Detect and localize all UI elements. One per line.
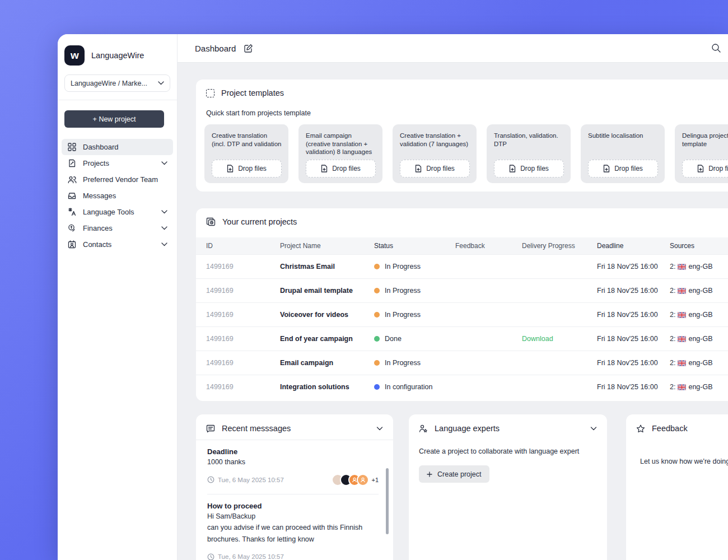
status-label: In Progress	[385, 263, 421, 270]
column-project-name: Project Name	[280, 242, 374, 250]
deadline: Fri 18 Nov'25 16:00	[597, 359, 670, 367]
template-card: Creative translation (incl. DTP and vali…	[204, 124, 288, 183]
status-dot	[374, 288, 380, 293]
message-item[interactable]: Deadline 1000 thanks Tue, 6 May 2025 10:…	[207, 440, 379, 494]
sources-count: 2:	[670, 311, 675, 319]
file-plus-icon	[509, 165, 516, 172]
sidebar-item-language-tools[interactable]: Language Tools	[62, 204, 173, 220]
people-icon	[67, 176, 77, 184]
download-link[interactable]: Download	[522, 335, 553, 343]
sources-lang: eng-GB	[688, 335, 712, 343]
deadline: Fri 18 Nov'25 16:00	[597, 311, 670, 319]
template-card: Email campaign (creative translation + v…	[298, 124, 382, 183]
message-meta: Tue, 6 May 2025 10:57 +1	[207, 473, 379, 487]
sidebar-item-label: Finances	[83, 224, 155, 232]
sidebar-item-label: Preferred Vendor Team	[83, 175, 167, 184]
project-id: 1499169	[206, 335, 280, 343]
message-item[interactable]: How to proceed Hi Sam/Backup can you adv…	[207, 494, 379, 560]
file-plus-icon	[697, 165, 704, 172]
sidebar-item-messages[interactable]: Messages	[62, 188, 173, 204]
collapse-messages-button[interactable]	[376, 427, 383, 431]
dashboard-content: Project templates Quick start from proje…	[178, 63, 728, 560]
edit-dashboard-button[interactable]	[244, 44, 253, 53]
table-row[interactable]: 1499169 Voiceover for videos In Progress…	[196, 302, 728, 326]
column-sources: Sources	[670, 242, 728, 250]
drop-files-button[interactable]: Drop files	[306, 160, 376, 178]
sidebar-item-finances[interactable]: Finances	[62, 220, 173, 236]
translate-icon	[67, 208, 77, 216]
project-id: 1499169	[206, 287, 280, 295]
drop-files-button[interactable]: Drop files	[682, 160, 728, 178]
language-experts-card: Language experts Create a project to col…	[409, 414, 607, 560]
file-plus-icon	[321, 165, 328, 172]
drop-files-button[interactable]: Drop files	[400, 160, 470, 178]
feedback-card: Feedback Let us know how we're doing :-)	[626, 414, 728, 560]
create-project-button[interactable]: Create project	[419, 465, 489, 483]
message-timestamp: Tue, 6 May 2025 10:57	[218, 553, 284, 560]
person-star-icon	[419, 424, 428, 433]
table-header: ID Project Name Status Feedback Delivery…	[196, 237, 728, 254]
message-title: Deadline	[207, 447, 379, 456]
drop-files-button[interactable]: Drop files	[588, 160, 658, 178]
collapse-experts-button[interactable]	[590, 427, 597, 431]
chat-icon	[206, 424, 215, 433]
column-feedback: Feedback	[455, 242, 522, 250]
status-dot	[374, 336, 380, 342]
star-icon	[636, 424, 645, 433]
project-name: Christmas Email	[280, 263, 374, 270]
drop-files-label: Drop files	[332, 165, 361, 172]
recent-messages-card: Recent messsages Deadline 1000 thanks	[196, 414, 393, 560]
status-label: In configuration	[385, 383, 432, 391]
drop-files-button[interactable]: Drop files	[212, 160, 282, 178]
uk-flag-icon	[678, 264, 686, 270]
file-plus-icon	[415, 165, 422, 172]
table-row[interactable]: 1499169 Christmas Email In Progress Fri …	[196, 254, 728, 278]
project-name: Drupal email template	[280, 287, 374, 295]
message-time: Tue, 6 May 2025 10:57	[207, 476, 284, 483]
search-button[interactable]	[711, 43, 722, 53]
status-label: In Progress	[385, 287, 421, 295]
chevron-down-icon	[161, 226, 167, 230]
sources-lang: eng-GB	[688, 311, 712, 319]
drop-files-label: Drop files	[426, 165, 455, 172]
template-name: Translation, validation. DTP	[494, 132, 564, 148]
org-selector-dropdown[interactable]: LanguageWire / Marke...	[64, 74, 170, 92]
uk-flag-icon	[678, 312, 686, 318]
file-plus-icon	[227, 165, 234, 172]
template-name: Email campaign (creative translation + v…	[306, 132, 376, 156]
status-dot	[374, 384, 380, 390]
new-project-button[interactable]: + New project	[64, 110, 164, 128]
messages-scrollbar[interactable]	[386, 468, 389, 534]
template-name: Creative translation (incl. DTP and vali…	[212, 132, 282, 148]
recent-messages-title: Recent messsages	[222, 424, 291, 433]
template-card: Translation, validation. DTP Drop files	[487, 124, 571, 183]
sidebar-item-contacts[interactable]: Contacts	[62, 236, 173, 253]
project-name: Integration solutions	[280, 383, 374, 391]
sources-lang: eng-GB	[688, 359, 712, 367]
table-row[interactable]: 1499169 Email campaign In Progress Fri 1…	[196, 351, 728, 375]
chevron-down-icon	[158, 81, 164, 85]
sidebar-divider	[58, 100, 177, 100]
table-row[interactable]: 1499169 Drupal email template In Progres…	[196, 278, 728, 302]
status-label: In Progress	[385, 359, 421, 367]
message-line: can you advise if we can proceed with th…	[207, 523, 379, 533]
drop-files-button[interactable]: Drop files	[494, 160, 564, 178]
template-name: Delingua project template	[682, 132, 728, 148]
sidebar-menu: Dashboard Projects Preferred Vendor Team	[58, 139, 177, 253]
projects-document-icon	[67, 159, 77, 167]
status-dot	[374, 264, 380, 269]
sources-lang: eng-GB	[688, 383, 712, 391]
template-card: Creative translation + validation (7 lan…	[393, 124, 477, 183]
sidebar-item-projects[interactable]: Projects	[62, 155, 173, 171]
edit-pencil-icon	[244, 44, 253, 53]
deadline: Fri 18 Nov'25 16:00	[597, 335, 670, 343]
plus-icon	[427, 472, 432, 477]
deadline: Fri 18 Nov'25 16:00	[597, 287, 670, 295]
table-row[interactable]: 1499169 End of year campaign Done Downlo…	[196, 326, 728, 351]
project-id: 1499169	[206, 311, 280, 319]
table-row[interactable]: 1499169 Integration solutions In configu…	[196, 375, 728, 399]
folder-clock-icon	[206, 217, 216, 226]
sidebar-item-preferred-vendor-team[interactable]: Preferred Vendor Team	[62, 171, 173, 188]
sidebar-item-dashboard[interactable]: Dashboard	[62, 139, 173, 155]
current-projects-header: Your current projects	[196, 208, 728, 226]
